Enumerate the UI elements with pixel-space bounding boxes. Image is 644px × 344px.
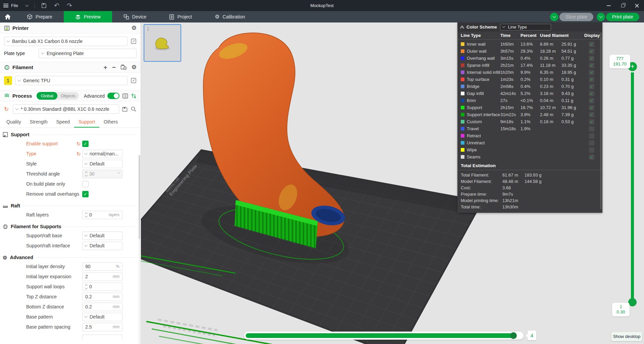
initial-layer-density-input[interactable]: 90% — [82, 262, 122, 271]
tab-device[interactable]: Device — [112, 11, 158, 22]
plate-type-dropdown[interactable]: Engineering Plate — [39, 49, 137, 58]
maximize-button[interactable] — [616, 0, 630, 11]
display-checkbox[interactable]: ✓ — [589, 70, 594, 75]
spinner-icon[interactable] — [85, 172, 87, 176]
bottom-z-distance-input[interactable]: 0.2mm — [82, 303, 122, 311]
home-button[interactable] — [0, 11, 15, 22]
file-menu-chevron-icon[interactable] — [25, 3, 29, 7]
support-group-icon — [3, 132, 8, 137]
total-row: Prepare time: 9m7s — [461, 191, 599, 197]
filament-slot-badge[interactable]: 1 — [4, 76, 12, 85]
raft-layers-input[interactable]: 0 layers — [82, 211, 122, 219]
filament-dropdown[interactable]: Generic TPU — [15, 76, 128, 85]
col-display: Display — [584, 33, 600, 38]
print-dropdown-button[interactable] — [597, 13, 605, 21]
preset-dropdown[interactable]: * 0.30mm Standard @BBL X1C 0.6 nozzle — [13, 104, 119, 114]
support-wall-loops-input[interactable]: 0 — [82, 283, 122, 291]
step-slider-handle[interactable] — [510, 332, 517, 339]
display-checkbox[interactable]: ✓ — [589, 154, 594, 160]
printer-model-dropdown[interactable]: Bambu Lab X1 Carbon 0.6 nozzle — [4, 37, 128, 46]
base-pattern-spacing-unit: mm — [113, 325, 119, 329]
preset-list-icon[interactable] — [122, 93, 128, 99]
display-checkbox[interactable]: ✓ — [589, 42, 594, 47]
display-checkbox[interactable]: ✓ — [589, 98, 594, 103]
show-desktop-button[interactable]: Show desktop — [611, 332, 642, 341]
on-plate-only-checkbox[interactable] — [82, 181, 89, 187]
tab-project[interactable]: Project — [158, 11, 203, 22]
total-row: Total time: 13h30m — [461, 204, 599, 210]
plate-thumbnail[interactable]: 1 — [144, 24, 181, 62]
tab-preview[interactable]: Preview — [64, 11, 112, 22]
display-checkbox[interactable] — [589, 133, 594, 139]
support-type-reset-icon[interactable]: ↻ — [77, 151, 83, 156]
line-type-weight: 0.77 g — [561, 56, 584, 61]
scope-objects[interactable]: Objects — [57, 93, 79, 98]
display-checkbox[interactable]: ✓ — [589, 84, 594, 89]
slice-plate-button[interactable]: Slice plate — [559, 13, 593, 21]
top-z-distance-input[interactable]: 0.2mm — [82, 293, 122, 301]
display-checkbox[interactable]: ✓ — [589, 119, 594, 125]
collapse-icon[interactable] — [461, 26, 463, 28]
close-button[interactable] — [630, 0, 644, 11]
display-checkbox[interactable]: ✓ — [589, 91, 594, 96]
display-checkbox[interactable]: ✓ — [589, 77, 594, 82]
spinner-icon[interactable] — [85, 213, 87, 217]
print-plate-button[interactable]: Print plate — [606, 13, 639, 21]
display-checkbox[interactable] — [589, 140, 594, 146]
line-type-percent: 16.7% — [521, 105, 540, 110]
save-icon[interactable] — [41, 3, 47, 8]
display-checkbox[interactable]: ✓ — [589, 105, 594, 110]
tab-support[interactable]: Support — [74, 116, 99, 128]
support-style-dropdown[interactable]: Default — [82, 160, 122, 168]
save-preset-icon[interactable] — [122, 106, 128, 112]
remove-filament-button[interactable]: − — [112, 64, 116, 70]
compare-settings-icon[interactable] — [131, 93, 137, 99]
remove-overhangs-checkbox[interactable]: ✓ — [82, 191, 89, 197]
redo-icon[interactable]: ↷ — [67, 2, 72, 9]
edit-printer-icon[interactable] — [131, 38, 137, 44]
left-panel-scrollbar[interactable] — [139, 155, 140, 344]
threshold-angle-input[interactable]: 30 ° — [82, 170, 122, 178]
slice-dropdown-button[interactable] — [550, 13, 558, 21]
tab-others[interactable]: Others — [99, 116, 122, 128]
search-settings-icon[interactable] — [131, 106, 137, 112]
display-checkbox[interactable] — [589, 126, 594, 132]
support-raft-interface-dropdown[interactable]: Default — [82, 242, 122, 250]
base-pattern-dropdown[interactable]: Default — [82, 313, 122, 321]
advanced-toggle[interactable] — [107, 93, 119, 99]
initial-layer-expansion-input[interactable]: 2mm — [82, 273, 122, 281]
printer-settings-gear-icon[interactable]: ⚙ — [132, 25, 137, 31]
file-menu[interactable]: File — [3, 3, 18, 8]
filament-settings-gear-icon[interactable]: ⚙ — [132, 64, 137, 70]
enable-support-reset-icon[interactable]: ↻ — [77, 141, 83, 146]
enable-support-checkbox[interactable]: ✓ — [82, 141, 89, 147]
line-type-selector[interactable]: Line Type — [500, 24, 551, 31]
spinner-icon[interactable] — [85, 285, 87, 289]
tab-quality[interactable]: Quality — [2, 116, 26, 128]
tab-prepare[interactable]: Prepare — [15, 11, 64, 22]
process-scope-toggle[interactable]: Global Objects — [37, 92, 79, 100]
layer-slider[interactable] — [631, 66, 634, 302]
base-pattern-spacing-input[interactable]: 2.5mm — [82, 323, 122, 331]
tab-calibration[interactable]: ⚙ Calibration — [203, 11, 256, 22]
display-checkbox[interactable]: ✓ — [589, 112, 594, 117]
line-type-length: 0.04 m — [540, 98, 561, 103]
undo-icon[interactable]: ↶ — [54, 2, 59, 9]
color-scheme-scrollbar[interactable] — [600, 33, 602, 209]
reset-preset-icon[interactable]: ↻ — [4, 106, 10, 112]
step-slider[interactable] — [244, 332, 524, 340]
display-checkbox[interactable]: ✓ — [589, 63, 594, 68]
filament-sync-icon[interactable] — [120, 64, 127, 70]
tab-speed[interactable]: Speed — [52, 116, 74, 128]
scope-global[interactable]: Global — [37, 92, 57, 100]
display-checkbox[interactable] — [589, 147, 594, 153]
minimize-button[interactable] — [602, 0, 616, 11]
display-checkbox[interactable]: ✓ — [589, 49, 594, 54]
support-type-dropdown[interactable]: normal(man... — [82, 150, 122, 158]
display-checkbox[interactable]: ✓ — [589, 56, 594, 61]
support-raft-base-dropdown[interactable]: Default — [82, 232, 122, 240]
line-type-row: Bridge 2m56s 0.4% 0.23 m 0.70 g ✓ — [461, 83, 599, 90]
add-filament-button[interactable]: + — [104, 64, 107, 70]
tab-strength[interactable]: Strength — [26, 116, 52, 128]
edit-filament-icon[interactable] — [131, 78, 137, 84]
